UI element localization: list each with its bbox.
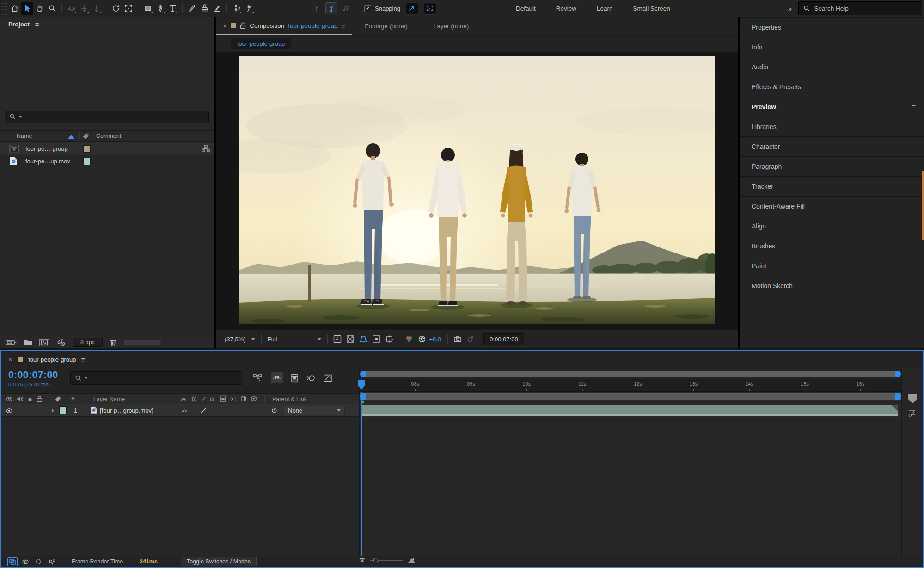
label-column-icon[interactable]	[82, 132, 90, 140]
current-timecode[interactable]: 0:00:07:00	[8, 369, 58, 380]
layer-name[interactable]: [four-p…group.mov]	[100, 407, 153, 414]
layer-expand-arrow-icon[interactable]	[52, 409, 54, 413]
new-composition-icon[interactable]	[39, 339, 49, 346]
project-bit-depth-button[interactable]: 8 bpc	[73, 338, 103, 347]
frame-blending-icon[interactable]	[291, 374, 298, 383]
pan-behind-view-button[interactable]	[383, 333, 396, 345]
puppet-pin-tool[interactable]	[243, 2, 255, 15]
footage-tab[interactable]: Footage (none)	[352, 17, 420, 35]
viewer-timecode[interactable]: 0:00:07:00	[483, 333, 524, 345]
sidebar-panel-tab[interactable]: Info	[740, 37, 924, 57]
navigator-start-handle[interactable]	[360, 371, 366, 377]
timeline-tab[interactable]: × four-people-group ≡	[1, 351, 923, 368]
view-axis-mode-button[interactable]	[340, 2, 352, 14]
project-scrollbar[interactable]	[124, 340, 161, 345]
clone-stamp-tool[interactable]	[198, 2, 211, 15]
workspace-tab[interactable]: Learn	[587, 0, 623, 17]
panel-grip[interactable]	[1, 1, 7, 15]
zoom-in-mountain-icon[interactable]	[408, 557, 416, 563]
resolution-dropdown[interactable]: Full	[265, 334, 324, 345]
toggle-switches-modes-button[interactable]: Toggle Switches / Modes	[181, 557, 257, 566]
time-navigator-bar[interactable]	[360, 371, 901, 377]
parent-link-dropdown[interactable]: None	[284, 406, 345, 415]
pan-camera-tool[interactable]	[78, 2, 90, 15]
zoom-out-mountain-icon[interactable]	[359, 558, 365, 563]
layer-tab[interactable]: Layer (none)	[421, 17, 482, 35]
rotation-tool[interactable]	[110, 2, 122, 15]
quality-switch-icon[interactable]	[201, 396, 206, 402]
column-comment[interactable]: Comment	[96, 133, 121, 139]
snapping-checkbox[interactable]: ✓	[364, 5, 371, 12]
workspace-tab[interactable]: Small Screen	[623, 0, 680, 17]
pen-tool[interactable]	[154, 2, 166, 15]
show-snapshot-button[interactable]	[464, 333, 477, 345]
close-tab-icon[interactable]: ×	[8, 356, 12, 363]
timeline-menu-icon[interactable]: ≡	[81, 356, 86, 364]
comp-button-icon[interactable]	[907, 408, 918, 418]
magnification-dropdown[interactable]: (37,5%)	[222, 334, 258, 345]
project-search-input[interactable]	[24, 113, 204, 120]
navigator-end-handle[interactable]	[895, 371, 901, 377]
sidebar-panel-tab[interactable]: Paragraph	[740, 157, 924, 177]
lock-icon[interactable]	[37, 395, 43, 402]
breadcrumb[interactable]: four-people-group	[231, 38, 291, 49]
work-area-end-handle[interactable]	[895, 393, 901, 400]
snap-along-edges-button[interactable]	[406, 2, 418, 15]
brush-tool[interactable]	[186, 2, 198, 15]
layer-video-eye-icon[interactable]	[6, 408, 13, 414]
3d-layer-switch-icon[interactable]	[251, 395, 257, 402]
exposure-reset-button[interactable]	[416, 333, 428, 345]
zoom-slider-knob[interactable]	[373, 558, 378, 562]
unlock-icon[interactable]	[240, 22, 246, 29]
sidebar-panel-tab[interactable]: Motion Sketch	[740, 276, 924, 296]
sidebar-panel-tab[interactable]: Paint	[740, 256, 924, 276]
column-parent-link[interactable]: Parent & Link	[272, 396, 307, 402]
label-column-icon[interactable]	[55, 395, 62, 403]
hand-tool[interactable]	[33, 2, 46, 15]
switches-pane-toggle[interactable]	[7, 557, 18, 566]
inout-pane-toggle[interactable]	[33, 557, 43, 566]
work-area-bar[interactable]	[360, 393, 901, 400]
close-tab-icon[interactable]: ×	[223, 22, 226, 30]
timeline-search-input[interactable]	[90, 375, 238, 382]
video-eye-icon[interactable]	[6, 396, 13, 402]
take-snapshot-button[interactable]	[451, 333, 464, 345]
composition-image[interactable]	[239, 56, 715, 324]
layer-color-swatch[interactable]	[59, 406, 67, 414]
layer-row[interactable]: 1 [four-p…group.mov] None	[1, 404, 359, 417]
region-of-interest-button[interactable]	[370, 333, 383, 345]
fast-previews-button[interactable]	[331, 333, 344, 345]
zoom-tool[interactable]	[46, 2, 58, 15]
motion-blur-icon[interactable]	[306, 374, 315, 383]
comp-label-swatch[interactable]	[230, 23, 236, 29]
layer-duration-bar[interactable]	[361, 405, 898, 416]
frame-blend-switch-icon[interactable]	[220, 395, 226, 402]
snap-to-features-button[interactable]	[424, 2, 436, 15]
sidebar-panel-tab[interactable]: Align	[740, 216, 924, 236]
local-axis-mode-button[interactable]	[311, 2, 323, 14]
shy-switch-icon[interactable]	[180, 396, 187, 402]
render-engine-icon[interactable]	[56, 338, 66, 346]
layer-quality-icon[interactable]	[201, 407, 207, 414]
mask-visibility-button[interactable]	[357, 333, 370, 345]
dolly-camera-tool[interactable]	[90, 2, 103, 15]
comp-marker-bin-icon[interactable]	[908, 394, 917, 403]
work-area-start-handle[interactable]	[360, 393, 366, 400]
type-tool[interactable]	[166, 2, 179, 15]
rectangle-tool[interactable]	[141, 2, 154, 15]
sidebar-panel-tab[interactable]: Properties	[740, 18, 924, 37]
project-tab-label[interactable]: Project	[8, 21, 30, 28]
label-color-swatch[interactable]	[83, 158, 91, 165]
fx-switch-icon[interactable]: fx	[210, 395, 214, 402]
search-options-caret-icon[interactable]	[18, 116, 22, 118]
home-tool[interactable]	[8, 2, 21, 15]
column-layer-name[interactable]: Layer Name	[93, 396, 125, 402]
playhead-line[interactable]	[361, 392, 362, 557]
comp-label-swatch[interactable]	[17, 357, 23, 363]
parent-pickwhip-icon[interactable]	[271, 407, 278, 414]
sidebar-panel-tab[interactable]: Tracker	[740, 177, 924, 197]
eraser-tool[interactable]	[211, 2, 223, 15]
label-color-swatch[interactable]	[83, 145, 91, 153]
composition-mini-flowchart-icon[interactable]	[253, 373, 263, 383]
workspace-overflow-button[interactable]: »	[782, 5, 798, 12]
